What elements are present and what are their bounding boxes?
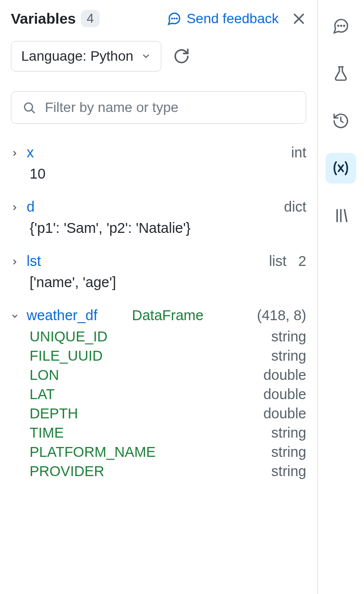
variable-count-badge: 4 [81,10,100,27]
variable-name: lst [27,253,41,269]
variable-item: weather_df DataFrame (418, 8) UNIQUE_ID … [11,307,306,480]
variable-count: 2 [298,253,306,269]
chevron-down-icon [11,312,20,320]
rail-experiments-button[interactable] [326,58,356,89]
dataframe-column: UNIQUE_ID string [30,329,306,345]
close-button[interactable] [291,11,306,26]
svg-point-2 [177,18,178,19]
variable-name: weather_df [27,307,98,324]
panel-header: Variables 4 Send feedback [11,10,306,27]
refresh-button[interactable] [173,48,190,65]
rail-columns-button[interactable] [326,200,356,231]
column-name: LAT [30,386,55,403]
column-name: FILE_UUID [30,348,103,364]
column-name: TIME [30,425,64,441]
variable-value: 10 [30,166,306,182]
dataframe-column: PLATFORM_NAME string [30,444,306,460]
dataframe-column: LON double [30,367,306,383]
chevron-right-icon [11,204,20,212]
column-name: DEPTH [30,406,78,422]
variable-type: int [291,145,306,161]
dataframe-column: LAT double [30,386,306,403]
side-rail [318,0,364,594]
variable-value: ['name', 'age'] [30,274,306,291]
chevron-right-icon [11,149,20,157]
column-name: PROVIDER [30,463,104,480]
search-icon [22,101,36,114]
rail-comments-button[interactable] [326,11,356,41]
dataframe-column: PROVIDER string [30,463,306,480]
variable-value: {'p1': 'Sam', 'p2': 'Natalie'} [30,220,306,236]
dataframe-column: TIME string [30,425,306,441]
svg-point-7 [338,25,339,26]
variable-name: d [27,199,35,215]
column-type: double [263,367,306,383]
chevron-right-icon [11,258,20,266]
comment-icon [167,11,182,26]
column-type: string [271,444,306,460]
send-feedback-label: Send feedback [186,11,279,27]
svg-point-0 [172,18,173,19]
dataframe-columns: UNIQUE_ID string FILE_UUID string LON do… [30,329,306,480]
variable-item: lst list 2 ['name', 'age'] [11,253,306,291]
chevron-down-icon [141,51,151,61]
variable-name: x [27,145,34,161]
send-feedback-link[interactable]: Send feedback [167,11,279,27]
language-label: Language: Python [21,48,133,64]
variable-type: dict [284,199,306,215]
variable-header[interactable]: lst list 2 [11,253,306,269]
column-type: double [263,386,306,403]
svg-point-1 [174,18,175,19]
svg-line-6 [32,110,35,113]
variable-type: DataFrame [132,307,204,324]
dataframe-column: FILE_UUID string [30,348,306,364]
variable-item: d dict {'p1': 'Sam', 'p2': 'Natalie'} [11,199,306,236]
column-type: string [271,425,306,441]
variable-item: x int 10 [11,145,306,182]
column-type: double [263,406,306,422]
column-type: string [271,463,306,480]
variable-type: list [269,253,286,269]
variable-shape: (418, 8) [257,307,306,324]
column-name: LON [30,367,59,383]
svg-point-8 [341,25,342,26]
variables-panel: Variables 4 Send feedback Language: Pyt [0,0,318,594]
dataframe-column: DEPTH double [30,406,306,422]
column-name: PLATFORM_NAME [30,444,156,460]
language-select[interactable]: Language: Python [11,41,161,72]
filter-row [11,91,306,124]
column-type: string [271,329,306,345]
column-name: UNIQUE_ID [30,329,108,345]
rail-variables-button[interactable] [326,153,356,184]
column-type: string [271,348,306,364]
svg-line-14 [345,210,347,222]
rail-history-button[interactable] [326,106,356,136]
variable-header[interactable]: x int [11,145,306,161]
filter-input[interactable] [45,100,295,115]
variable-list: x int 10 d dict {'p1': 'Sam', 'p2': 'Nat… [11,145,306,480]
filter-box[interactable] [11,91,306,124]
variable-header[interactable]: d dict [11,199,306,215]
toolbar: Language: Python [11,41,306,72]
panel-title: Variables [11,10,76,27]
variable-header[interactable]: weather_df DataFrame (418, 8) [11,307,306,324]
svg-point-9 [344,25,345,26]
